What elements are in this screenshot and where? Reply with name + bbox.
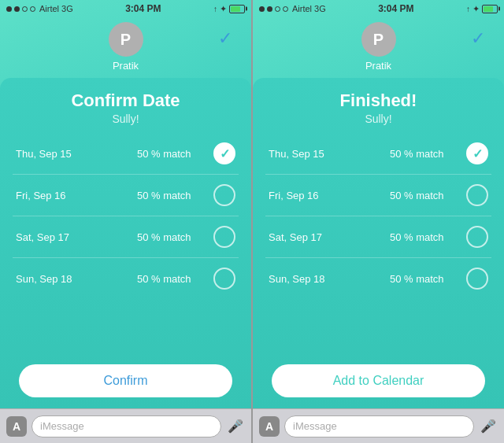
profile-name-right: Pratik [365, 60, 391, 72]
checkmark-icon-left: ✓ [218, 28, 232, 49]
time-right: 3:04 PM [378, 3, 413, 14]
card-subtitle-left: Sully! [13, 113, 239, 125]
battery-icon-left [229, 5, 245, 13]
date-label-2-left: Fri, Sep 16 [16, 190, 115, 201]
date-row-4-right[interactable]: Sun, Sep 18 50 % match [265, 258, 491, 299]
left-phone: Airtel 3G 3:04 PM ↑ ✦ P Pratik ✓ Confirm… [0, 0, 251, 443]
radio-1-left[interactable] [213, 142, 235, 164]
btn-area-left: Confirm [13, 355, 239, 408]
radio-1-right[interactable] [466, 142, 488, 164]
date-row-1-left[interactable]: Thu, Sep 15 50 % match [13, 133, 239, 175]
card-title-left: Confirm Date [13, 90, 239, 111]
match-label-2-right: 50 % match [368, 190, 467, 201]
bluetooth-icon-right: ✦ [472, 4, 480, 14]
signal-dot-r2 [267, 6, 272, 12]
date-row-4-left[interactable]: Sun, Sep 18 50 % match [13, 258, 239, 299]
date-row-1-right[interactable]: Thu, Sep 15 50 % match [265, 133, 491, 175]
status-left-right: Airtel 3G [259, 4, 326, 13]
carrier-text: Airtel [39, 4, 59, 13]
card-title-right: Finished! [265, 90, 491, 111]
signal-dot-r1 [259, 6, 265, 12]
app-store-letter-right: A [265, 420, 273, 433]
imessage-input-left[interactable]: iMessage [32, 415, 221, 437]
avatar-right: P [361, 22, 396, 57]
battery-icon-right [482, 5, 498, 13]
match-label-2-left: 50 % match [115, 190, 214, 201]
status-bar-left: Airtel 3G 3:04 PM ↑ ✦ [0, 0, 251, 17]
bluetooth-icon: ✦ [220, 4, 227, 14]
signal-dot-4 [30, 6, 35, 12]
signal-dot-1 [6, 6, 12, 12]
radio-2-left[interactable] [213, 184, 235, 206]
match-label-3-right: 50 % match [368, 231, 467, 243]
radio-2-right[interactable] [466, 184, 488, 206]
btn-area-right: Add to Calendar [265, 355, 491, 408]
date-label-4-right: Sun, Sep 18 [269, 273, 368, 285]
signal-dot-2 [14, 6, 20, 12]
avatar-left: P [109, 22, 143, 57]
status-right-right: ↑ ✦ [466, 4, 498, 14]
battery-fill-left [231, 6, 240, 12]
signal-dot-r4 [283, 6, 288, 12]
date-list-right: Thu, Sep 15 50 % match Fri, Sep 16 50 % … [265, 133, 491, 355]
date-label-1-left: Thu, Sep 15 [16, 148, 115, 160]
battery-fill-right [484, 6, 493, 12]
card-right: Finished! Sully! Thu, Sep 15 50 % match … [253, 78, 504, 408]
status-left: Airtel 3G [6, 4, 73, 13]
arrow-icon-right: ↑ [466, 5, 470, 13]
date-label-3-left: Sat, Sep 17 [16, 231, 115, 243]
profile-area-left: P Pratik ✓ [0, 17, 251, 78]
app-store-letter-left: A [13, 420, 20, 433]
card-left: Confirm Date Sully! Thu, Sep 15 50 % mat… [0, 78, 251, 408]
match-label-1-right: 50 % match [368, 148, 467, 160]
date-list-left: Thu, Sep 15 50 % match Fri, Sep 16 50 % … [13, 133, 239, 355]
date-row-3-left[interactable]: Sat, Sep 17 50 % match [13, 216, 239, 258]
mic-icon-left[interactable]: 🎤 [226, 417, 245, 436]
profile-area-right: P Pratik ✓ [253, 17, 504, 78]
radio-3-right[interactable] [466, 226, 488, 248]
right-phone: Airtel 3G 3:04 PM ↑ ✦ P Pratik ✓ Finishe… [253, 0, 504, 443]
status-right-left: ↑ ✦ [213, 4, 245, 14]
arrow-icon: ↑ [213, 5, 217, 13]
avatar-initial-right: P [373, 31, 384, 49]
date-label-3-right: Sat, Sep 17 [269, 231, 368, 243]
signal-dot-r3 [275, 6, 280, 12]
imessage-placeholder-left: iMessage [40, 420, 84, 432]
status-bar-right: Airtel 3G 3:04 PM ↑ ✦ [253, 0, 504, 17]
match-label-1-left: 50 % match [115, 148, 214, 160]
app-store-icon-left[interactable]: A [6, 416, 27, 437]
time-left: 3:04 PM [125, 3, 161, 14]
radio-4-left[interactable] [213, 268, 235, 290]
avatar-initial-left: P [120, 31, 131, 49]
match-label-3-left: 50 % match [115, 231, 214, 243]
app-store-icon-right[interactable]: A [259, 416, 280, 437]
date-row-2-left[interactable]: Fri, Sep 16 50 % match [13, 175, 239, 216]
imessage-bar-left: A iMessage 🎤 [0, 408, 251, 443]
network-text: 3G [61, 4, 73, 13]
mic-icon-right[interactable]: 🎤 [479, 417, 498, 436]
add-calendar-button-right[interactable]: Add to Calendar [272, 364, 485, 397]
card-subtitle-right: Sully! [265, 113, 491, 125]
imessage-bar-right: A iMessage 🎤 [253, 408, 504, 443]
carrier-text-right: Airtel [292, 4, 312, 13]
date-row-2-right[interactable]: Fri, Sep 16 50 % match [265, 175, 491, 216]
match-label-4-right: 50 % match [368, 273, 467, 285]
match-label-4-left: 50 % match [115, 273, 214, 285]
signal-dot-3 [22, 6, 28, 12]
profile-name-left: Pratik [113, 60, 139, 72]
date-label-4-left: Sun, Sep 18 [16, 273, 115, 285]
checkmark-icon-right: ✓ [471, 28, 485, 49]
imessage-placeholder-right: iMessage [293, 420, 337, 432]
date-label-2-right: Fri, Sep 16 [269, 190, 368, 201]
network-text-right: 3G [314, 4, 326, 13]
date-label-1-right: Thu, Sep 15 [269, 148, 368, 160]
imessage-input-right[interactable]: iMessage [284, 415, 474, 437]
confirm-button-left[interactable]: Confirm [19, 364, 232, 397]
date-row-3-right[interactable]: Sat, Sep 17 50 % match [265, 216, 491, 258]
radio-3-left[interactable] [213, 226, 235, 248]
radio-4-right[interactable] [466, 268, 488, 290]
